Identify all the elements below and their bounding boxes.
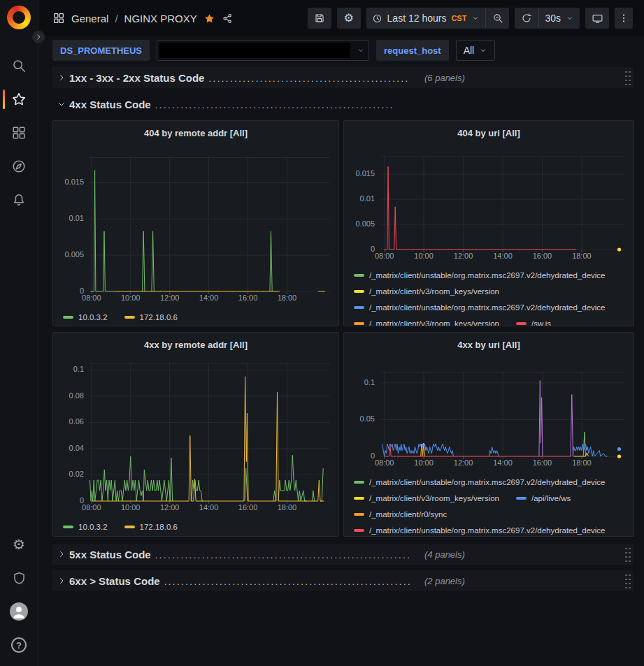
- zoom-out-icon: [492, 13, 503, 24]
- y-tick-label: 0.06: [69, 417, 84, 426]
- row-6xx[interactable]: 6xx > Status Code.......................…: [52, 570, 634, 591]
- grafana-logo[interactable]: [7, 6, 31, 29]
- legend-item[interactable]: /_matrix/client/unstable/org.matrix.msc2…: [354, 526, 606, 535]
- legend-item[interactable]: /_matrix/client/unstable/org.matrix.msc2…: [354, 271, 606, 280]
- save-icon: [314, 13, 325, 24]
- monitor-icon: [592, 13, 603, 24]
- refresh-button[interactable]: [515, 8, 538, 29]
- legend-swatch: [354, 513, 364, 516]
- bell-icon: [11, 192, 27, 208]
- x-tick-label: 12:00: [155, 503, 185, 512]
- legend-item[interactable]: /_matrix/client/v3/room_keys/version: [354, 287, 499, 296]
- legend-item[interactable]: /_matrix/client/v3/room_keys/version: [354, 494, 499, 502]
- shield-icon: [12, 571, 27, 586]
- sidebar-item-profile[interactable]: [0, 595, 38, 628]
- x-tick-label: 16:00: [527, 458, 557, 467]
- sidebar-nav-top: [0, 49, 38, 217]
- x-tick-label: 18:00: [271, 503, 302, 512]
- kiosk-mode-button[interactable]: [585, 8, 609, 29]
- request-host-variable-select[interactable]: All: [456, 40, 496, 61]
- main-area: General / NGINX PROXY ⚙ Last 12 hours: [38, 0, 644, 666]
- row-4xx[interactable]: 4xx Status Code.........................…: [52, 94, 634, 115]
- timezone-label: CST: [451, 14, 466, 22]
- panel-title[interactable]: 4xx by remote addr [All]: [53, 335, 338, 354]
- x-tick-label: 14:00: [194, 503, 224, 512]
- dashboards-grid-icon: [11, 125, 27, 140]
- person-icon: [10, 602, 28, 621]
- legend-swatch: [354, 481, 364, 484]
- time-range-picker[interactable]: Last 12 hours CST: [366, 8, 486, 29]
- y-tick-label: 0.005: [355, 219, 375, 228]
- panel-title[interactable]: 4xx by uri [All]: [344, 335, 634, 354]
- x-tick-label: 16:00: [527, 252, 557, 260]
- save-dashboard-button[interactable]: [308, 8, 331, 29]
- sidebar: ⚙ ?: [0, 0, 38, 666]
- y-tick-label: 0.01: [360, 194, 375, 203]
- sidebar-item-starred[interactable]: [0, 82, 38, 116]
- panel-grid: 404 by remote addr [All] 00.0050.010.015…: [52, 120, 634, 537]
- legend-item[interactable]: /_matrix/client/unstable/org.matrix.msc2…: [354, 303, 606, 312]
- y-tick-label: 0.005: [64, 250, 84, 259]
- request-host-variable-label[interactable]: request_host: [376, 40, 449, 61]
- time-range-label: Last 12 hours: [387, 13, 447, 24]
- dashboard-settings-button[interactable]: ⚙: [337, 8, 361, 29]
- panel-title[interactable]: 404 by uri [All]: [344, 124, 634, 142]
- chevron-down-icon: [479, 46, 487, 55]
- x-tick-label: 14:00: [487, 458, 518, 467]
- kebab-menu-icon: [618, 13, 629, 24]
- page-title[interactable]: NGINX PROXY: [124, 13, 197, 24]
- legend-swatch: [354, 274, 364, 277]
- legend-swatch: [63, 526, 73, 528]
- legend-item[interactable]: 10.0.3.2: [63, 313, 108, 321]
- more-options-button[interactable]: [615, 8, 633, 29]
- x-tick-label: 12:00: [448, 252, 479, 260]
- variables-bar: DS_PROMETHEUS request_host All: [38, 36, 644, 64]
- sidebar-item-explore[interactable]: [0, 150, 38, 183]
- refresh-interval-picker[interactable]: 30s: [538, 8, 580, 29]
- sidebar-expand-button[interactable]: [31, 29, 46, 45]
- x-tick-label: 18:00: [271, 294, 302, 302]
- legend-item[interactable]: /_matrix/client/unstable/org.matrix.msc2…: [354, 478, 606, 486]
- sidebar-item-help[interactable]: ?: [0, 628, 38, 662]
- x-tick-label: 08:00: [76, 294, 107, 302]
- chevron-right-icon: [34, 33, 43, 41]
- legend-item[interactable]: 10.0.3.2: [63, 523, 108, 531]
- datasource-variable-label[interactable]: DS_PROMETHEUS: [52, 40, 150, 61]
- dashboard-topbar: General / NGINX PROXY ⚙ Last 12 hours: [38, 0, 644, 36]
- legend-item[interactable]: /sw.js: [516, 319, 551, 326]
- legend-item[interactable]: 172.18.0.6: [124, 523, 178, 531]
- zoom-out-time-button[interactable]: [485, 8, 509, 29]
- row-title: 1xx - 3xx - 2xx Status Code: [69, 72, 204, 84]
- row-5xx[interactable]: 5xx Status Code.........................…: [52, 544, 634, 565]
- sidebar-item-server-admin[interactable]: [0, 561, 38, 595]
- sidebar-item-search[interactable]: [0, 49, 38, 82]
- clock-icon: [372, 13, 382, 24]
- legend-item[interactable]: /_matrix/client/r0/sync: [354, 510, 447, 519]
- favorite-star-icon[interactable]: [203, 13, 215, 24]
- row-1xx-3xx-2xx[interactable]: 1xx - 3xx - 2xx Status Code.............…: [52, 67, 634, 88]
- row-drag-handle[interactable]: [624, 573, 631, 588]
- breadcrumb-section[interactable]: General: [71, 13, 108, 24]
- redacted-value: [159, 43, 350, 58]
- row-drag-handle[interactable]: [624, 70, 631, 85]
- y-tick-label: 0.05: [360, 414, 375, 423]
- x-axis: 08:0010:0012:0014:0016:0018:00: [380, 458, 625, 470]
- sidebar-item-configuration[interactable]: ⚙: [0, 528, 38, 561]
- legend-item[interactable]: /api/live/ws: [516, 494, 571, 502]
- share-icon[interactable]: [222, 13, 234, 24]
- x-tick-label: 14:00: [487, 252, 518, 260]
- legend-swatch: [354, 290, 364, 293]
- legend-swatch: [124, 526, 135, 528]
- chevron-down-icon: [57, 99, 66, 109]
- panel-title[interactable]: 404 by remote addr [All]: [53, 124, 338, 142]
- legend-item[interactable]: /_matrix/client/v3/room_keys/version: [354, 319, 499, 326]
- star-icon: [11, 92, 27, 107]
- plot-area: [90, 363, 330, 501]
- sidebar-item-alerting[interactable]: [0, 183, 38, 217]
- row-drag-handle[interactable]: [624, 546, 631, 562]
- legend-item[interactable]: 172.18.0.6: [124, 313, 178, 321]
- legend-swatch: [63, 316, 73, 319]
- sidebar-item-dashboards[interactable]: [0, 116, 38, 150]
- x-axis: 08:0010:0012:0014:0016:0018:00: [90, 503, 330, 514]
- datasource-variable-select[interactable]: [157, 40, 369, 61]
